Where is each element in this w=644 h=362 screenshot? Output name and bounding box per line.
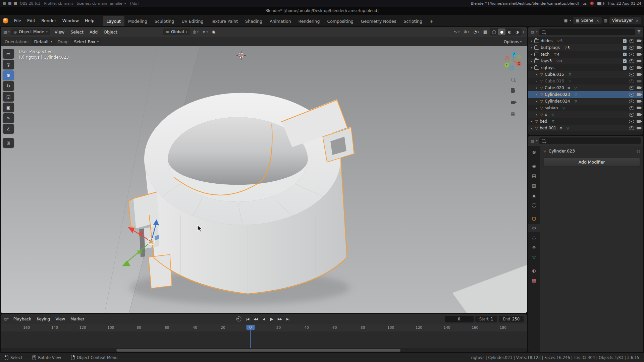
properties-search[interactable]: [539, 137, 641, 144]
menu-window[interactable]: Window: [59, 17, 82, 24]
hide-in-viewport-toggle[interactable]: [629, 39, 634, 43]
editor-type-icon[interactable]: ◷: [4, 317, 7, 321]
disable-in-renders-toggle[interactable]: [637, 113, 641, 116]
ring-object[interactable]: [128, 93, 354, 294]
scene-selector[interactable]: ▦ Scene ×: [573, 17, 602, 24]
properties-tab-object-data[interactable]: ▽: [529, 253, 539, 261]
editor-type-icon[interactable]: ▤: [531, 30, 534, 34]
properties-tab-texture[interactable]: ▦: [529, 276, 539, 284]
frame-start-field[interactable]: Start 1: [475, 316, 497, 322]
outliner-row-dildos[interactable]: ▸dildos▽5✓: [528, 38, 643, 44]
drag-setting-dropdown[interactable]: Select Box ▾: [71, 39, 101, 45]
disclosure-triangle-icon[interactable]: ▸: [529, 46, 534, 49]
workspace-tab-shading[interactable]: Shading: [241, 16, 266, 26]
properties-tab-constraints[interactable]: ⊛: [529, 243, 539, 251]
timeline-scrollbar[interactable]: [1, 348, 527, 352]
disable-in-renders-toggle[interactable]: [637, 100, 641, 103]
disable-in-renders-toggle[interactable]: [637, 127, 641, 129]
jump-to-end-button[interactable]: ▶|: [284, 316, 291, 322]
disable-in-renders-toggle[interactable]: [637, 86, 641, 89]
disclosure-triangle-icon[interactable]: ▸: [534, 106, 539, 110]
disclosure-triangle-icon[interactable]: ▸: [529, 53, 534, 56]
keyboard-layout-indicator[interactable]: us: [582, 1, 587, 6]
playhead[interactable]: 0: [246, 324, 255, 348]
workspace-tab-modeling[interactable]: Modeling: [124, 16, 151, 26]
outliner-row-cube-015[interactable]: ▸▽Cube.015▽: [528, 71, 643, 78]
outliner-search-input[interactable]: [547, 29, 633, 35]
timeline-scrollbar-thumb[interactable]: [116, 349, 400, 352]
disclosure-triangle-icon[interactable]: ▾: [529, 66, 534, 69]
outliner-row-cube-020[interactable]: ▸▽Cube.020⚙▽: [528, 84, 643, 91]
outliner-row-buttplugs[interactable]: ▸buttplugs▽5✓: [528, 44, 643, 51]
disclosure-triangle-icon[interactable]: ▸: [534, 79, 539, 83]
properties-tab-world[interactable]: ◯: [529, 201, 539, 209]
disable-in-renders-toggle[interactable]: [637, 107, 641, 109]
menu-edit[interactable]: Edit: [24, 17, 38, 24]
proportional-editing-toggle[interactable]: ◉: [211, 29, 217, 35]
viewport-menu-add[interactable]: Add: [87, 28, 101, 36]
disclosure-triangle-icon[interactable]: ▸: [529, 59, 534, 63]
menu-help[interactable]: Help: [82, 17, 98, 24]
outliner-row-sybian[interactable]: ▸▽sybian▽: [528, 105, 643, 111]
play-button[interactable]: ▶: [268, 316, 275, 322]
timeline-menu-playback[interactable]: Playback: [11, 316, 34, 322]
workspace-tab-uv-editing[interactable]: UV Editing: [178, 16, 207, 26]
properties-tab-material[interactable]: ◐: [529, 266, 539, 275]
disable-in-renders-toggle[interactable]: [637, 120, 641, 123]
outliner-row-tech[interactable]: ▸tech▽4✓: [528, 51, 643, 58]
app-icon[interactable]: [8, 2, 11, 5]
viewport-canvas[interactable]: User Perspective (0) rigtoys | Cylinder.…: [1, 46, 527, 313]
shading-solid-button[interactable]: ●: [498, 28, 505, 35]
menu-file[interactable]: File: [11, 17, 24, 24]
disable-in-renders-toggle[interactable]: [637, 46, 641, 49]
properties-tab-tool[interactable]: ⚒: [529, 148, 539, 157]
app-icon[interactable]: [14, 2, 17, 5]
tool-rotate-button[interactable]: ↻: [3, 81, 14, 91]
tool-scale-button[interactable]: ◱: [3, 92, 14, 102]
outliner-row-cylinder-024[interactable]: ▸▽Cylinder.024▽: [528, 98, 643, 105]
taskbar-window-terminal[interactable]: amalie ~ - [/ds]: [110, 1, 139, 6]
timeline-menu-marker[interactable]: Marker: [68, 316, 87, 322]
hide-in-viewport-toggle[interactable]: [629, 120, 634, 123]
hide-in-viewport-toggle[interactable]: [629, 106, 634, 110]
toggle-perspective-icon[interactable]: ▦: [509, 110, 517, 117]
properties-tab-physics[interactable]: ◌: [529, 234, 539, 242]
selectability-dropdown[interactable]: ↖ ▾: [452, 29, 461, 35]
collection-checkbox[interactable]: ✓: [623, 53, 627, 56]
shading-rendered-button[interactable]: ◑: [514, 28, 521, 35]
outliner-row-cube-016[interactable]: ▸▽Cube.016▽: [528, 78, 643, 84]
disable-in-renders-toggle[interactable]: [637, 93, 641, 96]
outliner-row-bed-001[interactable]: ▸▽bed.001⚙▽: [528, 125, 643, 131]
add-workspace-tab[interactable]: +: [426, 16, 437, 26]
tool-add-cube-button[interactable]: ⊞: [3, 138, 14, 148]
window-titlebar[interactable]: Blender* [/home/amalie/Desktop/blender/c…: [0, 7, 644, 15]
orientation-setting-dropdown[interactable]: Default ▾: [32, 39, 55, 45]
workspace-tab-scripting[interactable]: Scripting: [400, 16, 426, 26]
workspace-tab-geometry-nodes[interactable]: Geometry Nodes: [357, 16, 400, 26]
options-dropdown[interactable]: Options ▾: [502, 39, 523, 45]
disclosure-triangle-icon[interactable]: ▸: [534, 73, 539, 76]
zoom-tool-icon[interactable]: [509, 76, 517, 83]
browse-scene-icon[interactable]: ▦: [564, 18, 568, 23]
collection-checkbox[interactable]: ✓: [623, 46, 627, 50]
collection-checkbox[interactable]: ✓: [623, 59, 627, 63]
outliner-search[interactable]: [539, 28, 635, 35]
tool-move-button[interactable]: ⊕: [3, 70, 14, 80]
axis-y-neg-ball[interactable]: [517, 55, 521, 59]
viewport-menu-object[interactable]: Object: [101, 28, 120, 36]
hide-in-viewport-toggle[interactable]: [629, 66, 634, 70]
properties-tab-output[interactable]: ▤: [529, 172, 539, 180]
remove-viewlayer-icon[interactable]: ×: [636, 18, 639, 23]
timeline-menu-keying[interactable]: Keying: [34, 316, 53, 322]
recording-tray-icon[interactable]: [590, 1, 594, 5]
tool-select-box-button[interactable]: ▭: [3, 49, 14, 59]
disclosure-triangle-icon[interactable]: ▸: [529, 126, 534, 130]
shading-dropdown-icon[interactable]: ▾: [523, 31, 524, 34]
viewport-menu-view[interactable]: View: [52, 28, 68, 36]
outliner-row-x[interactable]: ▸▽x▽: [528, 111, 643, 118]
outliner-row-toys3[interactable]: ▸toys3▽8✓: [528, 58, 643, 64]
pan-tool-icon[interactable]: [509, 87, 517, 95]
overlays-dropdown[interactable]: ◔ ▾: [472, 29, 481, 35]
outliner-row-bed[interactable]: ▸▽bed▽: [528, 118, 643, 125]
disable-in-renders-toggle[interactable]: [637, 73, 641, 76]
